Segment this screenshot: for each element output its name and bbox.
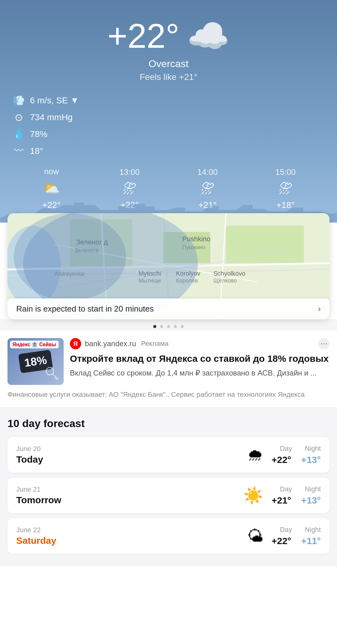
hour-icon-14: ⛈ bbox=[201, 181, 214, 196]
ad-content: Я bank.yandex.ru Реклама ⋯ Откройте вкла… bbox=[70, 338, 330, 378]
humidity-value: 78% bbox=[30, 129, 47, 139]
forecast-right-saturday: 🌤 Day Night +22° +11° bbox=[247, 526, 321, 546]
hour-label-13: 13:00 bbox=[119, 167, 139, 177]
svg-text:Schyolkovo: Schyolkovo bbox=[213, 270, 245, 277]
hour-label-14: 14:00 bbox=[197, 167, 217, 177]
pagination-dots bbox=[0, 319, 337, 331]
map-section[interactable]: Зеленог д Зеленогр Pushkino Пушкино Myti… bbox=[7, 213, 330, 319]
ad-disclaimer: Финансовые услуги оказывает: АО "Яндекс … bbox=[7, 389, 330, 400]
wave-value: 18° bbox=[30, 146, 43, 156]
day-temp-today: +22° bbox=[271, 455, 291, 465]
hour-icon-now: ⛅ bbox=[43, 180, 60, 196]
forecast-icon-saturday: 🌤 bbox=[247, 527, 263, 545]
forecast-date-sub-tomorrow: June 21 bbox=[16, 485, 238, 494]
ad-title: Откройте вклад от Яндекса со ставкой до … bbox=[70, 352, 330, 365]
wind-icon: 💨 bbox=[12, 95, 25, 106]
wind-value: 6 m/s, SE ▼ bbox=[30, 96, 79, 106]
forecast-date-col-tomorrow: June 21 Tomorrow bbox=[16, 485, 238, 505]
hour-icon-13: ⛈ bbox=[123, 181, 136, 196]
pressure-icon: ⊙ bbox=[12, 111, 25, 123]
dot-5[interactable] bbox=[181, 325, 184, 328]
feels-like: Feels like +21° bbox=[12, 72, 325, 82]
forecast-title: 10 day forecast bbox=[7, 417, 330, 430]
ad-logo-tag: Яндекс 🏦 Сейвы bbox=[10, 341, 59, 348]
forecast-icon-tomorrow: ☀️ bbox=[243, 486, 263, 505]
map-rain-notice[interactable]: Rain is expected to start in 20 minutes … bbox=[7, 298, 330, 319]
forecast-day-label-tomorrow: Tomorrow bbox=[16, 495, 238, 505]
forecast-temps-today: Day Night +22° +13° bbox=[271, 445, 321, 465]
weather-description: Overcast bbox=[12, 58, 325, 70]
night-temp-tomorrow: +13° bbox=[301, 495, 321, 506]
forecast-icon-today: 🌧 bbox=[247, 445, 263, 464]
wind-stat: 💨 6 m/s, SE ▼ bbox=[12, 95, 325, 106]
wave-icon: 〰 bbox=[12, 145, 25, 157]
pressure-stat: ⊙ 734 mmHg bbox=[12, 111, 325, 123]
forecast-temps-tomorrow: Day Night +21° +13° bbox=[271, 485, 321, 506]
day-temp-tomorrow: +21° bbox=[271, 495, 291, 506]
night-header-label-3: Night bbox=[302, 526, 321, 534]
forecast-temps-saturday: Day Night +22° +11° bbox=[271, 526, 321, 546]
night-temp-saturday: +11° bbox=[301, 536, 321, 546]
hour-col-13: 13:00 ⛈ +22° bbox=[90, 167, 168, 210]
ad-section[interactable]: Яндекс 🏦 Сейвы 18% Я bank.yandex.ru Рекл… bbox=[0, 331, 337, 407]
cloud-icon: ☁️ bbox=[187, 19, 230, 53]
weather-hero: +22° ☁️ Overcast Feels like +21° 💨 6 m/s… bbox=[0, 0, 337, 223]
humidity-stat: 💧 78% bbox=[12, 128, 325, 140]
hour-col-14: 14:00 ⛈ +21° bbox=[168, 167, 247, 210]
day-header-label: Day bbox=[273, 445, 292, 453]
night-header-label: Night bbox=[302, 445, 321, 453]
map-arrow-icon[interactable]: › bbox=[318, 304, 321, 314]
ad-source-row: Я bank.yandex.ru Реклама ⋯ bbox=[70, 338, 330, 349]
dot-3[interactable] bbox=[167, 325, 170, 328]
forecast-right-today: 🌧 Day Night +22° +13° bbox=[247, 445, 321, 465]
current-temperature: +22° bbox=[107, 19, 179, 53]
night-temp-today: +13° bbox=[301, 455, 321, 465]
dot-4[interactable] bbox=[174, 325, 177, 328]
hour-label-15: 15:00 bbox=[275, 167, 295, 177]
forecast-card-today[interactable]: June 20 Today 🌧 Day Night +22° +13° bbox=[7, 437, 330, 473]
map-placeholder[interactable]: Зеленог д Зеленогр Pushkino Пушкино Myti… bbox=[7, 213, 330, 319]
humidity-icon: 💧 bbox=[12, 128, 25, 140]
map-rain-text: Rain is expected to start in 20 minutes bbox=[16, 304, 154, 314]
key-icon bbox=[44, 366, 60, 381]
hour-col-15: 15:00 ⛈ +18° bbox=[247, 167, 325, 210]
svg-point-24 bbox=[14, 213, 126, 301]
weather-main-row: +22° ☁️ bbox=[12, 19, 325, 53]
forecast-day-label-saturday: Saturday bbox=[16, 535, 242, 546]
forecast-date-col-saturday: June 22 Saturday bbox=[16, 526, 242, 546]
ad-image: Яндекс 🏦 Сейвы 18% bbox=[7, 338, 64, 385]
dot-1[interactable] bbox=[153, 325, 156, 328]
day-header-label-3: Day bbox=[273, 526, 292, 534]
hour-label-now: now bbox=[44, 167, 59, 176]
day-header-label-2: Day bbox=[273, 485, 292, 493]
svg-rect-4 bbox=[226, 226, 304, 263]
forecast-date-sub-today: June 20 bbox=[16, 445, 242, 453]
forecast-day-label-today: Today bbox=[16, 454, 242, 465]
ad-site: bank.yandex.ru bbox=[85, 339, 136, 348]
forecast-right-tomorrow: ☀️ Day Night +21° +13° bbox=[243, 485, 321, 506]
yandex-logo: Я bbox=[70, 338, 81, 349]
ad-description: Вклад Сейвс со сроком. До 1,4 млн ₽ заст… bbox=[70, 368, 330, 378]
dot-2[interactable] bbox=[160, 325, 163, 328]
forecast-card-tomorrow[interactable]: June 21 Tomorrow ☀️ Day Night +21° +13° bbox=[7, 478, 330, 513]
ad-menu-button[interactable]: ⋯ bbox=[318, 338, 330, 349]
weather-stats: 💨 6 m/s, SE ▼ ⊙ 734 mmHg 💧 78% 〰 18° bbox=[12, 95, 325, 157]
forecast-section: 10 day forecast June 20 Today 🌧 Day Nigh… bbox=[0, 407, 337, 566]
ad-label: Реклама bbox=[141, 340, 168, 348]
forecast-date-sub-saturday: June 22 bbox=[16, 526, 242, 534]
svg-text:Щёлково: Щёлково bbox=[213, 278, 237, 284]
hourly-forecast-strip: now ⛅ +22° 13:00 ⛈ +22° 14:00 ⛈ +21° 15:… bbox=[12, 167, 325, 210]
ad-inner: Яндекс 🏦 Сейвы 18% Я bank.yandex.ru Рекл… bbox=[7, 338, 330, 385]
pressure-value: 734 mmHg bbox=[30, 112, 73, 122]
hour-icon-15: ⛈ bbox=[279, 181, 292, 196]
wave-stat: 〰 18° bbox=[12, 145, 325, 157]
forecast-date-col-today: June 20 Today bbox=[16, 445, 242, 465]
day-temp-saturday: +22° bbox=[271, 536, 291, 546]
night-header-label-2: Night bbox=[302, 485, 321, 493]
forecast-card-saturday[interactable]: June 22 Saturday 🌤 Day Night +22° +11° bbox=[7, 518, 330, 554]
